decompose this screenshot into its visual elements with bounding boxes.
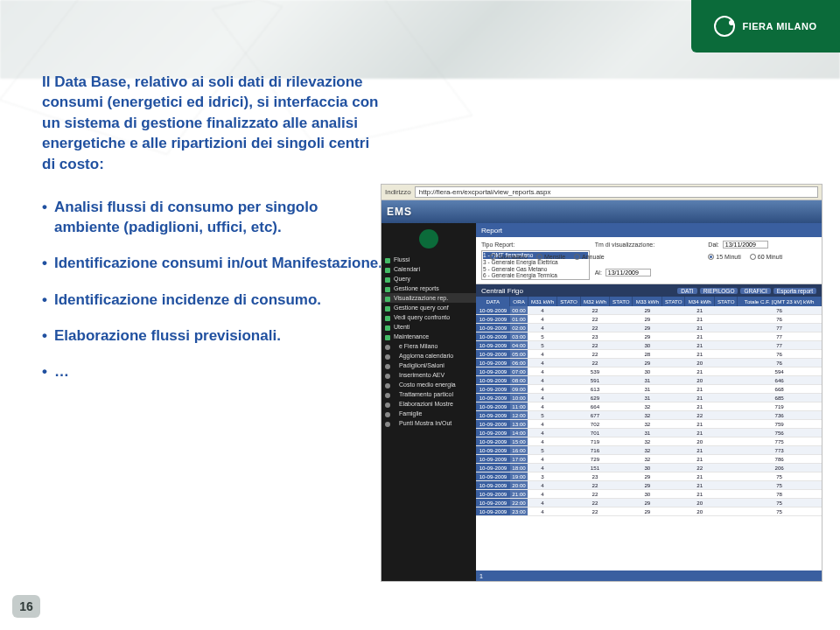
sidebar-item[interactable]: Vedi query confronto (382, 312, 476, 322)
dal-input[interactable] (723, 241, 768, 248)
table-cell: 29 (633, 359, 662, 368)
column-header[interactable]: STATO (715, 297, 738, 306)
table-cell: 13:00 (510, 420, 528, 429)
table-cell: 75 (738, 472, 822, 481)
table-cell (557, 464, 580, 472)
panel-button[interactable]: GRAFICI (740, 288, 770, 294)
table-cell: 21 (685, 324, 715, 332)
sidebar-item[interactable]: e Fiera Milano (382, 341, 476, 351)
sidebar-item[interactable]: Elaborazioni Mostre (382, 399, 476, 409)
sidebar-item[interactable]: Famiglie (382, 409, 476, 418)
table-cell (715, 350, 738, 359)
table-cell: 21 (685, 368, 715, 376)
table-row[interactable]: 10-09-200912:0056773222736 (476, 411, 822, 420)
table-row[interactable]: 10-09-200902:00422292177 (476, 324, 822, 332)
table-row[interactable]: 10-09-200901:00422292176 (476, 315, 822, 324)
panel-button[interactable]: Esporta report (774, 288, 816, 294)
table-row[interactable]: 10-09-200906:00422292076 (476, 359, 822, 368)
table-row[interactable]: 10-09-200903:00523292177 (476, 332, 822, 341)
list-option[interactable]: 20 - Asse Centrale - Energia Elettrica (483, 279, 588, 280)
column-header[interactable]: M34 kWh (685, 297, 715, 306)
column-header[interactable]: M32 kWh (580, 297, 610, 306)
table-row[interactable]: 10-09-200916:0057163221773 (476, 446, 822, 455)
sidebar-item[interactable]: Visualizzazione rep. (382, 293, 476, 303)
sidebar-item[interactable]: Query (382, 274, 476, 284)
table-cell: 22 (580, 315, 610, 324)
table-cell (610, 324, 633, 332)
sidebar-item[interactable]: Aggiorna calendario (382, 351, 476, 360)
column-header[interactable]: STATO (557, 297, 580, 306)
table-cell: 30 (633, 464, 662, 472)
table-cell: 10-09-2009 (476, 420, 510, 429)
table-row[interactable]: 10-09-200911:0046643221719 (476, 402, 822, 411)
table-row[interactable]: 10-09-200907:0045393021594 (476, 368, 822, 376)
table-row[interactable]: 10-09-200920:00422292175 (476, 481, 822, 490)
sidebar-item[interactable]: Costo medio energia (382, 380, 476, 389)
sidebar-item[interactable]: Trattamento particol (382, 389, 476, 399)
table-cell: 20 (685, 499, 715, 508)
radio-icon[interactable] (708, 254, 714, 260)
table-row[interactable]: 10-09-200919:00323292175 (476, 472, 822, 481)
table-row[interactable]: 10-09-200923:00422292075 (476, 508, 822, 516)
column-header[interactable]: M33 kWh (633, 297, 662, 306)
sidebar-item[interactable]: Gestione query conf (382, 303, 476, 312)
table-row[interactable]: 10-09-200905:00422282176 (476, 350, 822, 359)
pager[interactable]: 1 (476, 570, 822, 581)
list-option[interactable]: 6 - Generale Energia Termica (483, 272, 588, 279)
table-cell: 21 (685, 306, 715, 315)
sidebar-item[interactable]: Utenti (382, 322, 476, 332)
table-row[interactable]: 10-09-200915:0047193220775 (476, 438, 822, 446)
table-row[interactable]: 10-09-200904:00522302177 (476, 341, 822, 350)
table-cell (662, 420, 685, 429)
table-cell (610, 306, 633, 315)
sidebar-item[interactable]: Punti Mostra In/Out (382, 418, 476, 428)
sidebar-item[interactable]: Maintenance (382, 332, 476, 341)
panel-button[interactable]: DATI (677, 288, 696, 294)
tm-option[interactable]: 60 Minuti (750, 254, 782, 260)
bullet-item: Analisi flussi di consumo per singolo am… (42, 197, 383, 237)
panel-button[interactable]: RIEPILOGO (700, 288, 738, 294)
table-row[interactable]: 10-09-200909:0046133121668 (476, 385, 822, 394)
radio-icon[interactable] (574, 254, 580, 260)
column-header[interactable]: ORA (510, 297, 528, 306)
table-cell: 701 (580, 429, 610, 438)
table-row[interactable]: 10-09-200918:0041513022206 (476, 464, 822, 472)
radio-icon[interactable] (536, 254, 542, 260)
address-label: Indirizzo (385, 188, 411, 196)
sidebar-item[interactable]: Flussi (382, 255, 476, 264)
sidebar-item[interactable]: Calendari (382, 264, 476, 274)
sidebar-logo (382, 227, 476, 251)
sidebar-item[interactable]: Padiglioni/Saloni (382, 360, 476, 370)
table-cell (557, 315, 580, 324)
tipo-option[interactable]: Giornaliero (490, 254, 528, 260)
column-header[interactable]: STATO (662, 297, 685, 306)
tm-option[interactable]: 15 Minuti (708, 254, 740, 260)
table-cell: 10-09-2009 (476, 332, 510, 341)
table-row[interactable]: 10-09-200900:00422292176 (476, 306, 822, 315)
table-cell: 4 (528, 359, 557, 368)
radio-icon[interactable] (750, 254, 756, 260)
address-url[interactable]: http://fiera-em/excportal/view_reports.a… (415, 186, 818, 198)
column-header[interactable]: M31 kWh (528, 297, 557, 306)
table-row[interactable]: 10-09-200917:0047293221786 (476, 455, 822, 464)
bullet-list: Analisi flussi di consumo per singolo am… (42, 197, 383, 382)
table-row[interactable]: 10-09-200921:00422302178 (476, 490, 822, 499)
list-option[interactable]: 5 - Generale Gas Metano (483, 266, 588, 273)
table-row[interactable]: 10-09-200910:0046293121685 (476, 394, 822, 402)
radio-icon[interactable] (490, 254, 496, 260)
table-cell (662, 455, 685, 464)
column-header[interactable]: DATA (476, 297, 510, 306)
tipo-option[interactable]: Mensile (536, 254, 565, 260)
tipo-option[interactable]: Annuale (574, 254, 605, 260)
column-header[interactable]: STATO (610, 297, 633, 306)
table-row[interactable]: 10-09-200922:00422292075 (476, 499, 822, 508)
al-input[interactable] (606, 269, 651, 276)
table-row[interactable]: 10-09-200914:0047013121756 (476, 429, 822, 438)
table-row[interactable]: 10-09-200908:0045913120646 (476, 376, 822, 385)
sidebar-item[interactable]: Gestione reports (382, 284, 476, 293)
column-header[interactable]: Totale C.F. [QMT 23 kV] kWh (738, 297, 822, 306)
sidebar-item[interactable]: Inserimento AEV (382, 370, 476, 380)
table-row[interactable]: 10-09-200913:0047023221759 (476, 420, 822, 429)
page-number: 16 (12, 595, 40, 618)
table-cell: 22:00 (510, 499, 528, 508)
